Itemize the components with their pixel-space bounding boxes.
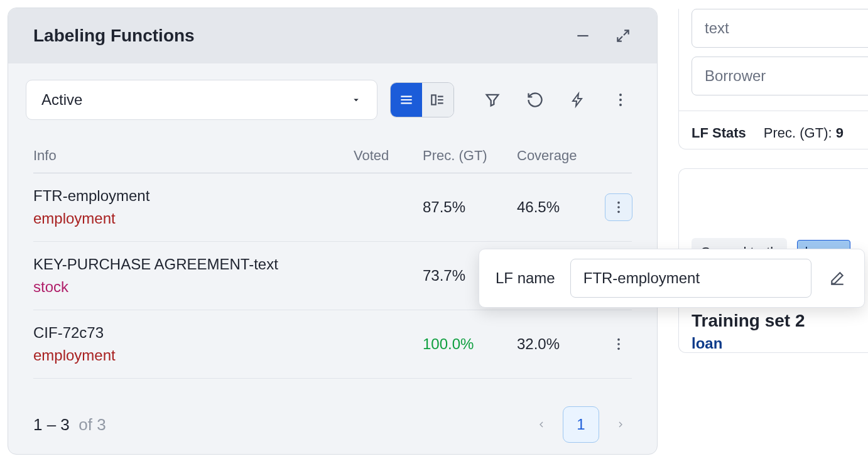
lf-label-text: employment bbox=[33, 210, 354, 227]
row-info: FTR-employment employment bbox=[33, 187, 354, 227]
svg-point-11 bbox=[617, 202, 620, 204]
chevron-down-icon bbox=[350, 94, 362, 106]
table-header: Info Voted Prec. (GT) Coverage bbox=[33, 136, 632, 173]
side-card: text Borrower LF Stats Prec. (GT): 9 bbox=[678, 9, 868, 149]
lf-label-text: stock bbox=[33, 278, 354, 296]
col-prec: Prec. (GT) bbox=[423, 148, 517, 164]
page-controls: 1 bbox=[530, 406, 632, 443]
lf-name-text: FTR-employment bbox=[33, 187, 354, 205]
row-cov: 32.0% bbox=[517, 335, 605, 353]
table-row[interactable]: CIF-72c73 employment 100.0% 32.0% bbox=[33, 310, 632, 379]
borrower-field[interactable]: Borrower bbox=[692, 57, 868, 95]
labeling-functions-panel: Labeling Functions Active bbox=[8, 8, 658, 455]
table-row[interactable]: FTR-employment employment 87.5% 46.5% bbox=[33, 173, 632, 242]
text-field[interactable]: text bbox=[692, 9, 868, 48]
toolbar: Active bbox=[8, 63, 657, 127]
panel-title: Labeling Functions bbox=[33, 26, 195, 46]
edit-icon[interactable] bbox=[827, 268, 848, 289]
svg-point-10 bbox=[619, 104, 622, 106]
lf-name-input[interactable] bbox=[570, 259, 811, 298]
training-set-sub: loan bbox=[679, 335, 868, 352]
page-number[interactable]: 1 bbox=[563, 406, 599, 443]
refresh-icon[interactable] bbox=[524, 89, 546, 111]
svg-point-19 bbox=[617, 348, 620, 350]
svg-point-17 bbox=[617, 338, 620, 341]
prec-stat: Prec. (GT): 9 bbox=[764, 125, 844, 141]
lf-name-popup: LF name bbox=[479, 249, 865, 308]
svg-point-12 bbox=[617, 206, 620, 208]
page-range: 1 – 3 bbox=[33, 415, 70, 434]
panel-header: Labeling Functions bbox=[8, 8, 657, 63]
lf-stats-row: LF Stats Prec. (GT): 9 bbox=[679, 111, 868, 141]
svg-rect-4 bbox=[431, 95, 436, 104]
svg-point-18 bbox=[617, 343, 620, 345]
page-info: 1 – 3 of 3 bbox=[33, 415, 106, 435]
popup-label: LF name bbox=[496, 269, 555, 287]
lightning-icon[interactable] bbox=[567, 89, 589, 111]
row-menu-cell bbox=[605, 330, 635, 358]
svg-point-13 bbox=[617, 211, 620, 214]
col-voted: Voted bbox=[354, 148, 423, 164]
filter-dropdown[interactable]: Active bbox=[26, 80, 377, 120]
collapse-icon[interactable] bbox=[574, 27, 592, 45]
expand-icon[interactable] bbox=[614, 27, 632, 45]
filter-icon[interactable] bbox=[481, 89, 504, 111]
col-info: Info bbox=[33, 148, 354, 164]
lf-name-text: CIF-72c73 bbox=[33, 324, 354, 342]
col-cov: Coverage bbox=[517, 148, 605, 164]
svg-point-9 bbox=[619, 99, 622, 101]
more-icon[interactable] bbox=[609, 89, 632, 111]
row-menu-icon[interactable] bbox=[605, 330, 632, 358]
row-prec: 100.0% bbox=[423, 335, 517, 353]
lf-stats-label: LF Stats bbox=[692, 125, 746, 141]
view-toggle bbox=[390, 82, 454, 117]
col-menu bbox=[605, 148, 635, 164]
svg-point-8 bbox=[619, 94, 622, 96]
side-panel: text Borrower LF Stats Prec. (GT): 9 Gro… bbox=[678, 0, 868, 471]
next-page-icon[interactable] bbox=[609, 413, 632, 436]
row-menu-icon[interactable] bbox=[605, 193, 632, 221]
card-view-button[interactable] bbox=[422, 83, 453, 117]
panel-header-actions bbox=[574, 27, 632, 45]
lf-name-text: KEY-PURCHASE AGREEMENT-text bbox=[33, 256, 354, 273]
page-of: of 3 bbox=[79, 415, 106, 434]
row-info: KEY-PURCHASE AGREEMENT-text stock bbox=[33, 256, 354, 296]
row-info: CIF-72c73 employment bbox=[33, 324, 354, 364]
lf-label-text: employment bbox=[33, 347, 354, 364]
row-menu-cell bbox=[605, 193, 635, 221]
filter-dropdown-label: Active bbox=[41, 91, 82, 109]
row-cov: 46.5% bbox=[517, 198, 605, 216]
prev-page-icon[interactable] bbox=[530, 413, 553, 436]
toolbar-icons bbox=[481, 89, 632, 111]
row-prec: 87.5% bbox=[423, 198, 517, 216]
pagination: 1 – 3 of 3 1 bbox=[8, 392, 657, 454]
list-view-button[interactable] bbox=[391, 83, 422, 117]
